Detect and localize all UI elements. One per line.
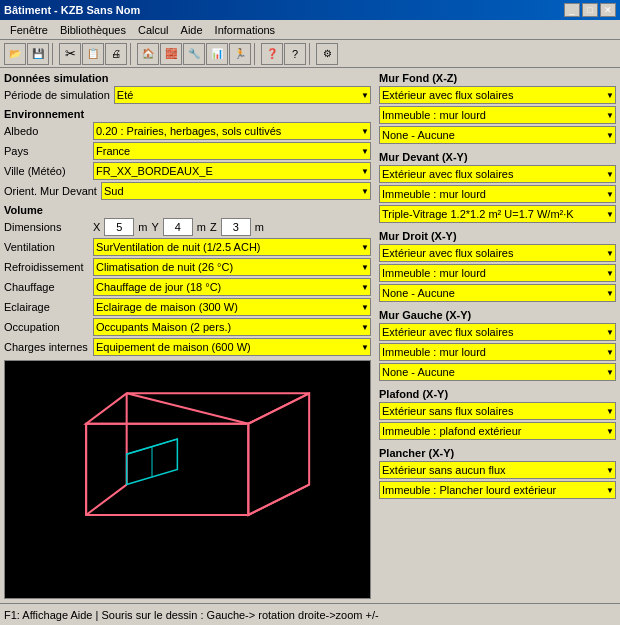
tool-home[interactable]: 🏠 [137, 43, 159, 65]
refroid-row: Refroidissement Climatisation de nuit (2… [4, 258, 371, 276]
dim-x-input[interactable] [104, 218, 134, 236]
charges-select[interactable]: Equipement de maison (600 W) [93, 338, 371, 356]
refroid-select[interactable]: Climatisation de nuit (26 °C) [93, 258, 371, 276]
pays-select[interactable]: France [93, 142, 371, 160]
periode-wrapper: Eté [114, 86, 371, 104]
tool-save[interactable]: 💾 [27, 43, 49, 65]
periode-row: Période de simulation Eté [4, 86, 371, 104]
menu-informations[interactable]: Informations [209, 22, 282, 38]
mur-gauche-2-wrapper: Immeuble : mur lourd [379, 343, 616, 361]
occupation-wrapper: Occupants Maison (2 pers.) [93, 318, 371, 336]
tool-copy[interactable]: 📋 [82, 43, 104, 65]
tool-cut[interactable]: ✂ [59, 43, 81, 65]
mur-gauche-2-select[interactable]: Immeuble : mur lourd [379, 343, 616, 361]
tool-settings[interactable]: 🔧 [183, 43, 205, 65]
plafond-2-wrapper: Immeuble : plafond extérieur [379, 422, 616, 440]
ville-select[interactable]: FR_XX_BORDEAUX_E [93, 162, 371, 180]
albedo-select[interactable]: 0.20 : Prairies, herbages, sols cultivés [93, 122, 371, 140]
refroid-wrapper: Climatisation de nuit (26 °C) [93, 258, 371, 276]
mur-fond-3-select[interactable]: None - Aucune [379, 126, 616, 144]
dim-z-input[interactable] [221, 218, 251, 236]
ville-label: Ville (Météo) [4, 165, 89, 177]
svg-line-5 [86, 485, 127, 515]
mur-droit-title: Mur Droit (X-Y) [379, 230, 616, 242]
chauffage-select[interactable]: Chauffage de jour (18 °C) [93, 278, 371, 296]
plancher-title: Plancher (X-Y) [379, 447, 616, 459]
tool-config[interactable]: ⚙ [316, 43, 338, 65]
ville-wrapper: FR_XX_BORDEAUX_E [93, 162, 371, 180]
mur-gauche-3-select[interactable]: None - Aucune [379, 363, 616, 381]
mur-droit-2-select[interactable]: Immeuble : mur lourd [379, 264, 616, 282]
status-text: F1: Affichage Aide | Souris sur le dessi… [4, 609, 379, 621]
mur-fond-2-select[interactable]: Immeuble : mur lourd [379, 106, 616, 124]
mur-devant-3-wrapper: Triple-Vitrage 1.2*1.2 m² U=1.7 W/m²·K [379, 205, 616, 223]
mur-droit-1-select[interactable]: Extérieur avec flux solaires [379, 244, 616, 262]
mur-droit-3-select[interactable]: None - Aucune [379, 284, 616, 302]
mur-gauche-1-wrapper: Extérieur avec flux solaires [379, 323, 616, 341]
mur-devant-2-wrapper: Immeuble : mur lourd [379, 185, 616, 203]
pays-row: Pays France [4, 142, 371, 160]
eclairage-wrapper: Eclairage de maison (300 W) [93, 298, 371, 316]
mur-gauche-title: Mur Gauche (X-Y) [379, 309, 616, 321]
mur-devant-1-select[interactable]: Extérieur avec flux solaires [379, 165, 616, 183]
occupation-select[interactable]: Occupants Maison (2 pers.) [93, 318, 371, 336]
env-section: Environnement Albedo 0.20 : Prairies, he… [4, 108, 371, 202]
plancher-1-wrapper: Extérieur sans aucun flux [379, 461, 616, 479]
mur-droit-1-wrapper: Extérieur avec flux solaires [379, 244, 616, 262]
menu-bar: Fenêtre Bibliothèques Calcul Aide Inform… [0, 20, 620, 40]
chauffage-wrapper: Chauffage de jour (18 °C) [93, 278, 371, 296]
menu-bibliotheques[interactable]: Bibliothèques [54, 22, 132, 38]
mur-gauche-1-select[interactable]: Extérieur avec flux solaires [379, 323, 616, 341]
title-bar: Bâtiment - KZB Sans Nom _ □ ✕ [0, 0, 620, 20]
tool-chart[interactable]: 📊 [206, 43, 228, 65]
donnees-label: Données simulation [4, 72, 371, 84]
toolbar-sep-1 [52, 43, 56, 65]
maximize-button[interactable]: □ [582, 3, 598, 17]
eclairage-select[interactable]: Eclairage de maison (300 W) [93, 298, 371, 316]
orient-select[interactable]: Sud [101, 182, 371, 200]
tool-build[interactable]: 🧱 [160, 43, 182, 65]
mur-gauche-section: Mur Gauche (X-Y) Extérieur avec flux sol… [379, 309, 616, 383]
canvas-3d[interactable] [4, 360, 371, 599]
ville-row: Ville (Météo) FR_XX_BORDEAUX_E [4, 162, 371, 180]
mur-devant-3-select[interactable]: Triple-Vitrage 1.2*1.2 m² U=1.7 W/m²·K [379, 205, 616, 223]
tool-help2[interactable]: ? [284, 43, 306, 65]
mur-fond-2-wrapper: Immeuble : mur lourd [379, 106, 616, 124]
albedo-row: Albedo 0.20 : Prairies, herbages, sols c… [4, 122, 371, 140]
occupation-label: Occupation [4, 321, 89, 333]
chauffage-row: Chauffage Chauffage de jour (18 °C) [4, 278, 371, 296]
dim-z-unit: m [255, 221, 264, 233]
minimize-button[interactable]: _ [564, 3, 580, 17]
orient-wrapper: Sud [101, 182, 371, 200]
mur-devant-section: Mur Devant (X-Y) Extérieur avec flux sol… [379, 151, 616, 225]
dimensions-row: Dimensions X m Y m Z m [4, 218, 371, 236]
tool-print[interactable]: 🖨 [105, 43, 127, 65]
ventilation-select[interactable]: SurVentilation de nuit (1/2.5 ACH) [93, 238, 371, 256]
periode-label: Période de simulation [4, 89, 110, 101]
tool-run[interactable]: 🏃 [229, 43, 251, 65]
mur-gauche-3-wrapper: None - Aucune [379, 363, 616, 381]
plancher-1-select[interactable]: Extérieur sans aucun flux [379, 461, 616, 479]
mur-fond-1-select[interactable]: Extérieur avec flux solaires [379, 86, 616, 104]
menu-fenetre[interactable]: Fenêtre [4, 22, 54, 38]
plafond-1-select[interactable]: Extérieur sans flux solaires [379, 402, 616, 420]
close-button[interactable]: ✕ [600, 3, 616, 17]
periode-select[interactable]: Eté [114, 86, 371, 104]
plafond-section: Plafond (X-Y) Extérieur sans flux solair… [379, 388, 616, 442]
volume-label: Volume [4, 204, 371, 216]
dim-y-input[interactable] [163, 218, 193, 236]
mur-droit-section: Mur Droit (X-Y) Extérieur avec flux sola… [379, 230, 616, 304]
toolbar-sep-2 [130, 43, 134, 65]
svg-marker-0 [86, 424, 248, 515]
toolbar-sep-3 [254, 43, 258, 65]
plafond-1-wrapper: Extérieur sans flux solaires [379, 402, 616, 420]
tool-help1[interactable]: ❓ [261, 43, 283, 65]
tool-open[interactable]: 📂 [4, 43, 26, 65]
mur-droit-2-wrapper: Immeuble : mur lourd [379, 264, 616, 282]
menu-calcul[interactable]: Calcul [132, 22, 175, 38]
plancher-2-select[interactable]: Immeuble : Plancher lourd extérieur [379, 481, 616, 499]
dimensions-label: Dimensions [4, 221, 89, 233]
plafond-2-select[interactable]: Immeuble : plafond extérieur [379, 422, 616, 440]
mur-devant-2-select[interactable]: Immeuble : mur lourd [379, 185, 616, 203]
menu-aide[interactable]: Aide [175, 22, 209, 38]
